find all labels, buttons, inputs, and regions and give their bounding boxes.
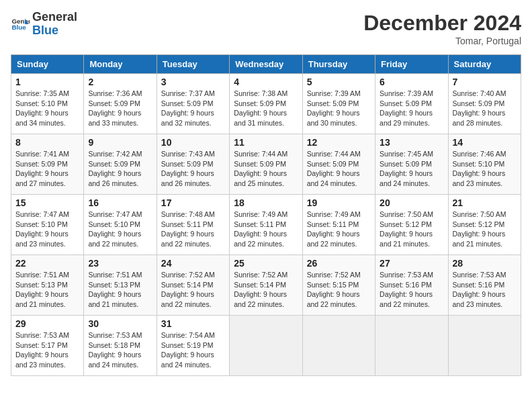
day-info: Sunrise: 7:52 AM Sunset: 5:15 PM Dayligh… — [307, 270, 371, 310]
day-number: 22 — [15, 258, 79, 269]
sunset-label: Sunset: 5:13 PM — [88, 281, 140, 289]
day-cell-8: 8 Sunrise: 7:41 AM Sunset: 5:09 PM Dayli… — [11, 134, 84, 195]
day-info: Sunrise: 7:54 AM Sunset: 5:19 PM Dayligh… — [161, 330, 225, 370]
daylight-label: Daylight: 9 hours and 25 minutes. — [234, 169, 287, 187]
sunset-label: Sunset: 5:14 PM — [161, 281, 214, 289]
title-section: December 2024 Tomar, Portugal — [363, 11, 521, 46]
sunrise-label: Sunrise: 7:52 AM — [161, 271, 215, 279]
sunrise-label: Sunrise: 7:45 AM — [380, 150, 433, 158]
logo-general: General — [32, 11, 77, 24]
daylight-label: Daylight: 9 hours and 21 minutes. — [453, 230, 506, 248]
day-cell-27: 27 Sunrise: 7:53 AM Sunset: 5:16 PM Dayl… — [375, 255, 448, 316]
sunset-label: Sunset: 5:16 PM — [453, 281, 505, 289]
day-info: Sunrise: 7:49 AM Sunset: 5:11 PM Dayligh… — [307, 210, 371, 249]
sunrise-label: Sunrise: 7:36 AM — [88, 89, 142, 97]
day-info: Sunrise: 7:47 AM Sunset: 5:10 PM Dayligh… — [88, 210, 152, 249]
day-cell-10: 10 Sunrise: 7:43 AM Sunset: 5:09 PM Dayl… — [157, 134, 229, 195]
sunset-label: Sunset: 5:11 PM — [161, 220, 214, 228]
day-cell-18: 18 Sunrise: 7:49 AM Sunset: 5:11 PM Dayl… — [230, 195, 302, 255]
day-number: 24 — [161, 258, 225, 269]
day-number: 6 — [380, 77, 443, 87]
day-info: Sunrise: 7:53 AM Sunset: 5:18 PM Dayligh… — [88, 330, 152, 370]
sunrise-label: Sunrise: 7:50 AM — [380, 210, 433, 218]
sunrise-label: Sunrise: 7:47 AM — [15, 210, 69, 218]
day-cell-14: 14 Sunrise: 7:46 AM Sunset: 5:10 PM Dayl… — [448, 134, 521, 195]
day-info: Sunrise: 7:53 AM Sunset: 5:16 PM Dayligh… — [380, 270, 443, 310]
daylight-label: Daylight: 9 hours and 22 minutes. — [161, 290, 214, 308]
day-info: Sunrise: 7:45 AM Sunset: 5:09 PM Dayligh… — [380, 149, 443, 189]
sunset-label: Sunset: 5:18 PM — [88, 341, 140, 349]
day-info: Sunrise: 7:50 AM Sunset: 5:12 PM Dayligh… — [380, 210, 443, 249]
daylight-label: Daylight: 9 hours and 23 minutes. — [15, 351, 69, 369]
day-cell-15: 15 Sunrise: 7:47 AM Sunset: 5:10 PM Dayl… — [11, 195, 84, 255]
sunrise-label: Sunrise: 7:47 AM — [88, 210, 142, 218]
sunrise-label: Sunrise: 7:38 AM — [234, 89, 287, 97]
daylight-label: Daylight: 9 hours and 34 minutes. — [15, 109, 69, 127]
sunset-label: Sunset: 5:14 PM — [234, 281, 286, 289]
day-info: Sunrise: 7:46 AM Sunset: 5:10 PM Dayligh… — [453, 149, 517, 189]
day-cell-2: 2 Sunrise: 7:36 AM Sunset: 5:09 PM Dayli… — [84, 74, 157, 134]
sunset-label: Sunset: 5:09 PM — [15, 160, 68, 168]
day-info: Sunrise: 7:35 AM Sunset: 5:10 PM Dayligh… — [15, 89, 79, 128]
sunrise-label: Sunrise: 7:53 AM — [15, 331, 69, 339]
day-cell-24: 24 Sunrise: 7:52 AM Sunset: 5:14 PM Dayl… — [157, 255, 229, 316]
sunrise-label: Sunrise: 7:39 AM — [380, 89, 433, 97]
day-cell-12: 12 Sunrise: 7:44 AM Sunset: 5:09 PM Dayl… — [302, 134, 375, 195]
day-info: Sunrise: 7:42 AM Sunset: 5:09 PM Dayligh… — [88, 149, 152, 189]
day-cell-1: 1 Sunrise: 7:35 AM Sunset: 5:10 PM Dayli… — [11, 74, 84, 134]
day-number: 3 — [161, 77, 225, 87]
day-number: 29 — [15, 318, 79, 329]
daylight-label: Daylight: 9 hours and 24 minutes. — [380, 169, 433, 187]
day-number: 31 — [161, 318, 225, 329]
sunrise-label: Sunrise: 7:53 AM — [380, 271, 433, 279]
day-number: 11 — [234, 137, 298, 148]
sunset-label: Sunset: 5:09 PM — [307, 99, 359, 107]
weekday-friday: Friday — [375, 55, 448, 74]
week-row-2: 8 Sunrise: 7:41 AM Sunset: 5:09 PM Dayli… — [11, 134, 521, 195]
day-cell-3: 3 Sunrise: 7:37 AM Sunset: 5:09 PM Dayli… — [157, 74, 229, 134]
sunset-label: Sunset: 5:17 PM — [15, 341, 68, 349]
daylight-label: Daylight: 9 hours and 22 minutes. — [380, 290, 433, 308]
sunrise-label: Sunrise: 7:43 AM — [161, 150, 215, 158]
day-number: 30 — [88, 318, 152, 329]
day-info: Sunrise: 7:37 AM Sunset: 5:09 PM Dayligh… — [161, 89, 225, 128]
sunrise-label: Sunrise: 7:41 AM — [15, 150, 69, 158]
day-number: 17 — [161, 197, 225, 208]
weekday-thursday: Thursday — [302, 55, 375, 74]
daylight-label: Daylight: 9 hours and 21 minutes. — [15, 290, 69, 308]
sunset-label: Sunset: 5:19 PM — [161, 341, 214, 349]
sunrise-label: Sunrise: 7:39 AM — [307, 89, 361, 97]
empty-cell — [375, 316, 448, 376]
day-info: Sunrise: 7:51 AM Sunset: 5:13 PM Dayligh… — [15, 270, 79, 310]
day-info: Sunrise: 7:44 AM Sunset: 5:09 PM Dayligh… — [307, 149, 371, 189]
day-cell-23: 23 Sunrise: 7:51 AM Sunset: 5:13 PM Dayl… — [84, 255, 157, 316]
sunrise-label: Sunrise: 7:42 AM — [88, 150, 142, 158]
weekday-monday: Monday — [84, 55, 157, 74]
calendar: SundayMondayTuesdayWednesdayThursdayFrid… — [11, 54, 521, 376]
day-info: Sunrise: 7:49 AM Sunset: 5:11 PM Dayligh… — [234, 210, 298, 249]
day-number: 9 — [88, 137, 152, 148]
sunset-label: Sunset: 5:16 PM — [380, 281, 432, 289]
sunset-label: Sunset: 5:10 PM — [453, 160, 505, 168]
day-info: Sunrise: 7:41 AM Sunset: 5:09 PM Dayligh… — [15, 149, 79, 189]
day-cell-29: 29 Sunrise: 7:53 AM Sunset: 5:17 PM Dayl… — [11, 316, 84, 376]
day-number: 2 — [88, 77, 152, 87]
weekday-header-row: SundayMondayTuesdayWednesdayThursdayFrid… — [11, 55, 521, 74]
daylight-label: Daylight: 9 hours and 33 minutes. — [88, 109, 141, 127]
week-row-1: 1 Sunrise: 7:35 AM Sunset: 5:10 PM Dayli… — [11, 74, 521, 134]
day-cell-7: 7 Sunrise: 7:40 AM Sunset: 5:09 PM Dayli… — [448, 74, 521, 134]
daylight-label: Daylight: 9 hours and 24 minutes. — [161, 351, 214, 369]
logo-icon: General Blue — [11, 15, 30, 34]
sunrise-label: Sunrise: 7:44 AM — [234, 150, 287, 158]
svg-text:Blue: Blue — [11, 24, 26, 31]
day-number: 15 — [15, 197, 79, 208]
day-cell-16: 16 Sunrise: 7:47 AM Sunset: 5:10 PM Dayl… — [84, 195, 157, 255]
day-info: Sunrise: 7:53 AM Sunset: 5:16 PM Dayligh… — [453, 270, 517, 310]
day-cell-22: 22 Sunrise: 7:51 AM Sunset: 5:13 PM Dayl… — [11, 255, 84, 316]
sunrise-label: Sunrise: 7:46 AM — [453, 150, 506, 158]
day-number: 18 — [234, 197, 298, 208]
weekday-saturday: Saturday — [448, 55, 521, 74]
sunrise-label: Sunrise: 7:48 AM — [161, 210, 215, 218]
weekday-wednesday: Wednesday — [230, 55, 302, 74]
day-cell-13: 13 Sunrise: 7:45 AM Sunset: 5:09 PM Dayl… — [375, 134, 448, 195]
